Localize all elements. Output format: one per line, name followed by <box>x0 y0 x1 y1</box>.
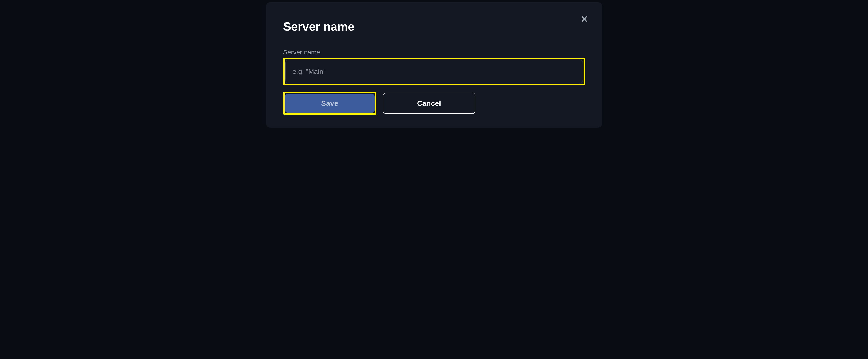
input-highlight-wrapper <box>283 58 585 85</box>
button-row: Save Cancel <box>283 92 585 115</box>
save-button-highlight-wrapper: Save <box>283 92 376 115</box>
close-button[interactable] <box>578 13 590 25</box>
modal-title: Server name <box>283 20 585 33</box>
server-name-label: Server name <box>283 49 585 56</box>
close-icon <box>580 15 589 23</box>
server-name-input[interactable] <box>285 60 583 83</box>
cancel-button[interactable]: Cancel <box>383 93 475 114</box>
save-button[interactable]: Save <box>285 94 375 113</box>
server-name-modal: Server name Server name Save Cancel <box>266 2 602 128</box>
